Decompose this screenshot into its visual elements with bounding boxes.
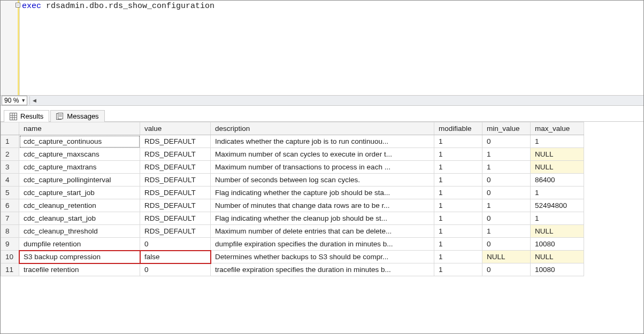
cell[interactable]: 1 bbox=[434, 251, 482, 263]
col-max-value[interactable]: max_value bbox=[531, 122, 584, 135]
cell[interactable]: cdc_cleanup_retention bbox=[19, 199, 140, 212]
row-number[interactable]: 1 bbox=[1, 135, 19, 148]
cell[interactable]: tracefile retention bbox=[19, 263, 140, 276]
row-number[interactable]: 9 bbox=[1, 238, 19, 251]
zoom-selector[interactable]: 90 % ▼ bbox=[2, 96, 27, 105]
cell[interactable]: RDS_DEFAULT bbox=[140, 225, 211, 238]
col-name[interactable]: name bbox=[19, 122, 140, 135]
cell[interactable]: RDS_DEFAULT bbox=[140, 199, 211, 212]
cell[interactable]: RDS_DEFAULT bbox=[140, 187, 211, 199]
table-row[interactable]: 5cdc_capture_start_jobRDS_DEFAULTFlag in… bbox=[1, 187, 584, 199]
horizontal-scrollbar[interactable]: ◀ bbox=[29, 96, 643, 105]
row-number[interactable]: 8 bbox=[1, 225, 19, 238]
table-row[interactable]: 2cdc_capture_maxscansRDS_DEFAULTMaximum … bbox=[1, 148, 584, 161]
row-number[interactable]: 4 bbox=[1, 174, 19, 187]
cell[interactable]: Number of seconds between log scan cycle… bbox=[211, 174, 434, 187]
cell[interactable]: RDS_DEFAULT bbox=[140, 135, 211, 148]
cell[interactable]: NULL bbox=[531, 161, 584, 174]
cell[interactable]: tracefile expiration specifies the durat… bbox=[211, 263, 434, 276]
cell[interactable]: 1 bbox=[531, 187, 584, 199]
table-row[interactable]: 9dumpfile retention0dumpfile expiration … bbox=[1, 238, 584, 251]
table-row[interactable]: 10S3 backup compressionfalseDetermines w… bbox=[1, 251, 584, 263]
cell[interactable]: RDS_DEFAULT bbox=[140, 212, 211, 225]
cell[interactable]: cdc_capture_start_job bbox=[19, 187, 140, 199]
cell[interactable]: S3 backup compression bbox=[19, 251, 140, 263]
row-number[interactable]: 7 bbox=[1, 212, 19, 225]
col-description[interactable]: description bbox=[211, 122, 434, 135]
cell[interactable]: 10080 bbox=[531, 238, 584, 251]
cell[interactable]: 1 bbox=[434, 199, 482, 212]
cell[interactable]: Determines whether backups to S3 should … bbox=[211, 251, 434, 263]
cell[interactable]: Maximum number of transactions to proces… bbox=[211, 161, 434, 174]
table-row[interactable]: 7cdc_cleanup_start_jobRDS_DEFAULTFlag in… bbox=[1, 212, 584, 225]
cell[interactable]: 1 bbox=[482, 199, 531, 212]
cell[interactable]: Number of minutes that change data rows … bbox=[211, 199, 434, 212]
cell[interactable]: 1 bbox=[531, 135, 584, 148]
cell[interactable]: 0 bbox=[140, 263, 211, 276]
cell[interactable]: 1 bbox=[482, 161, 531, 174]
cell[interactable]: cdc_cleanup_threshold bbox=[19, 225, 140, 238]
cell[interactable]: cdc_cleanup_start_job bbox=[19, 212, 140, 225]
fold-toggle-icon[interactable]: − bbox=[16, 3, 20, 7]
cell[interactable]: 1 bbox=[434, 263, 482, 276]
cell[interactable]: 0 bbox=[482, 263, 531, 276]
cell[interactable]: 0 bbox=[140, 238, 211, 251]
sql-code[interactable]: exec rdsadmin.dbo.rds_show_configuration bbox=[20, 1, 217, 95]
cell[interactable]: 0 bbox=[482, 174, 531, 187]
cell[interactable]: 1 bbox=[482, 225, 531, 238]
cell[interactable]: 1 bbox=[434, 135, 482, 148]
table-row[interactable]: 8cdc_cleanup_thresholdRDS_DEFAULTMaximum… bbox=[1, 225, 584, 238]
cell[interactable]: false bbox=[140, 251, 211, 263]
cell[interactable]: RDS_DEFAULT bbox=[140, 148, 211, 161]
col-modifiable[interactable]: modifiable bbox=[434, 122, 482, 135]
cell[interactable]: Maximum number of scan cycles to execute… bbox=[211, 148, 434, 161]
cell[interactable]: Indicates whether the capture job is to … bbox=[211, 135, 434, 148]
cell[interactable]: 52494800 bbox=[531, 199, 584, 212]
tab-results[interactable]: Results bbox=[4, 110, 49, 122]
cell[interactable]: 1 bbox=[434, 174, 482, 187]
row-number[interactable]: 11 bbox=[1, 263, 19, 276]
cell[interactable]: dumpfile retention bbox=[19, 238, 140, 251]
col-min-value[interactable]: min_value bbox=[482, 122, 531, 135]
table-row[interactable]: 3cdc_capture_maxtransRDS_DEFAULTMaximum … bbox=[1, 161, 584, 174]
cell[interactable]: Flag indicating whether the capture job … bbox=[211, 187, 434, 199]
row-number[interactable]: 10 bbox=[1, 251, 19, 263]
cell[interactable]: cdc_capture_pollinginterval bbox=[19, 174, 140, 187]
row-header-corner[interactable] bbox=[1, 122, 19, 135]
cell[interactable]: NULL bbox=[531, 251, 584, 263]
cell[interactable]: 1 bbox=[531, 212, 584, 225]
cell[interactable]: 0 bbox=[482, 187, 531, 199]
cell[interactable]: 1 bbox=[482, 148, 531, 161]
cell[interactable]: cdc_capture_continuous bbox=[19, 135, 140, 148]
cell[interactable]: 1 bbox=[434, 148, 482, 161]
results-grid-container[interactable]: name value description modifiable min_va… bbox=[1, 122, 643, 333]
table-row[interactable]: 1cdc_capture_continuousRDS_DEFAULTIndica… bbox=[1, 135, 584, 148]
cell[interactable]: 1 bbox=[434, 212, 482, 225]
cell[interactable]: RDS_DEFAULT bbox=[140, 161, 211, 174]
row-number[interactable]: 6 bbox=[1, 199, 19, 212]
results-grid[interactable]: name value description modifiable min_va… bbox=[1, 122, 584, 276]
cell[interactable]: 10080 bbox=[531, 263, 584, 276]
cell[interactable]: NULL bbox=[531, 225, 584, 238]
cell[interactable]: 1 bbox=[434, 225, 482, 238]
cell[interactable]: 86400 bbox=[531, 174, 584, 187]
cell[interactable]: RDS_DEFAULT bbox=[140, 174, 211, 187]
cell[interactable]: NULL bbox=[531, 148, 584, 161]
tab-messages[interactable]: Messages bbox=[50, 110, 104, 122]
row-number[interactable]: 2 bbox=[1, 148, 19, 161]
cell[interactable]: cdc_capture_maxtrans bbox=[19, 161, 140, 174]
table-row[interactable]: 11tracefile retention0tracefile expirati… bbox=[1, 263, 584, 276]
cell[interactable]: dumpfile expiration specifies the durati… bbox=[211, 238, 434, 251]
cell[interactable]: 1 bbox=[434, 161, 482, 174]
cell[interactable]: cdc_capture_maxscans bbox=[19, 148, 140, 161]
cell[interactable]: Flag indicating whether the cleanup job … bbox=[211, 212, 434, 225]
cell[interactable]: 0 bbox=[482, 212, 531, 225]
row-number[interactable]: 3 bbox=[1, 161, 19, 174]
cell[interactable]: Maximum number of delete entries that ca… bbox=[211, 225, 434, 238]
cell[interactable]: 0 bbox=[482, 135, 531, 148]
table-row[interactable]: 4cdc_capture_pollingintervalRDS_DEFAULTN… bbox=[1, 174, 584, 187]
query-editor[interactable]: − exec rdsadmin.dbo.rds_show_configurati… bbox=[1, 1, 643, 95]
table-row[interactable]: 6cdc_cleanup_retentionRDS_DEFAULTNumber … bbox=[1, 199, 584, 212]
cell[interactable]: NULL bbox=[482, 251, 531, 263]
cell[interactable]: 0 bbox=[482, 238, 531, 251]
